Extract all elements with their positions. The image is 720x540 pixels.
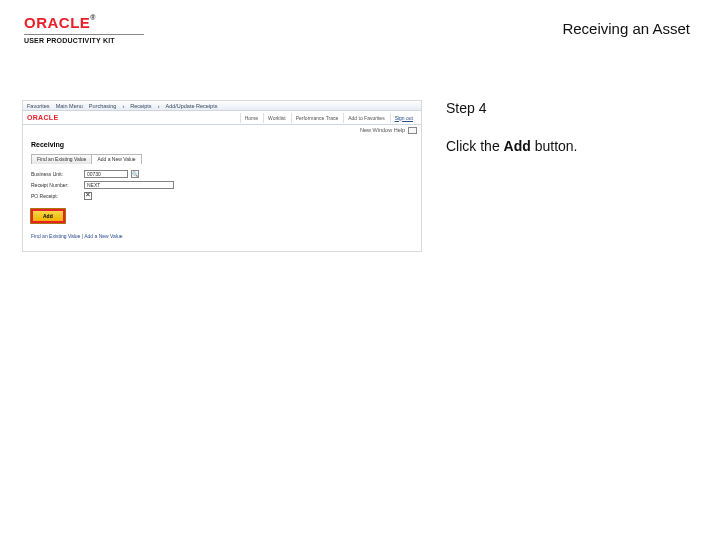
instruction-prefix: Click the [446, 138, 504, 154]
tab-find-existing[interactable]: Find an Existing Value [31, 154, 92, 164]
label-business-unit: Business Unit: [31, 171, 81, 177]
breadcrumb: Favorites Main Menu Purchasing › Receipt… [23, 101, 421, 111]
tab-strip: Find an Existing Value Add a New Value [31, 154, 413, 164]
subbrand-text: USER PRODUCTIVITY KIT [24, 37, 144, 44]
nav-add-fav[interactable]: Add to Favorites [343, 113, 388, 123]
nav-signout[interactable]: Sign out [390, 113, 417, 123]
app-logo: ORACLE [27, 114, 58, 121]
crumb: Purchasing [89, 103, 117, 109]
brand-block: ORACLE® USER PRODUCTIVITY KIT [24, 14, 144, 44]
input-receipt-number[interactable]: NEXT [84, 181, 174, 189]
app-screenshot: Favorites Main Menu Purchasing › Receipt… [22, 100, 422, 252]
help-icon[interactable] [408, 127, 417, 134]
lookup-icon[interactable]: 🔍 [131, 170, 139, 178]
screenshot-column: Favorites Main Menu Purchasing › Receipt… [22, 100, 422, 252]
doc-header: ORACLE® USER PRODUCTIVITY KIT Receiving … [0, 0, 720, 60]
label-receipt-number: Receipt Number: [31, 182, 81, 188]
instruction-button-name: Add [504, 138, 531, 154]
add-button[interactable]: Add [31, 209, 65, 223]
field-receipt-number: Receipt Number: NEXT [31, 181, 413, 189]
crumb: Main Menu [56, 103, 83, 109]
crumb: Receipts [130, 103, 151, 109]
app-body: Receiving Find an Existing Value Add a N… [23, 135, 421, 251]
nav-worklist[interactable]: Worklist [263, 113, 290, 123]
field-business-unit: Business Unit: 00730 🔍 [31, 170, 413, 178]
nav-perf-trace[interactable]: Performance Trace [291, 113, 343, 123]
input-business-unit[interactable]: 00730 [84, 170, 128, 178]
utility-label: New Window Help [360, 127, 405, 133]
app-nav: Home Worklist Performance Trace Add to F… [240, 113, 417, 123]
oracle-logo: ORACLE® [24, 14, 144, 31]
page-title: Receiving an Asset [562, 20, 690, 37]
instruction-suffix: button. [531, 138, 578, 154]
crumb: Favorites [27, 103, 50, 109]
brand-underline [24, 34, 144, 35]
brand-text: ORACLE [24, 14, 90, 31]
field-po-receipt: PO Receipt: [31, 192, 413, 200]
checkbox-po-receipt[interactable] [84, 192, 92, 200]
trademark: ® [90, 14, 96, 21]
crumb: Add/Update Receipts [165, 103, 217, 109]
nav-home[interactable]: Home [240, 113, 262, 123]
section-heading: Receiving [31, 141, 413, 148]
instruction-column: Step 4 Click the Add button. [440, 100, 698, 252]
app-header: ORACLE Home Worklist Performance Trace A… [23, 111, 421, 125]
footer-tab-links[interactable]: Find an Existing Value | Add a New Value [31, 233, 413, 239]
instruction-text: Click the Add button. [446, 138, 698, 154]
step-label: Step 4 [446, 100, 698, 116]
content-row: Favorites Main Menu Purchasing › Receipt… [0, 60, 720, 252]
utility-row: New Window Help [23, 125, 421, 135]
tab-add-new[interactable]: Add a New Value [91, 154, 141, 164]
label-po-receipt: PO Receipt: [31, 193, 81, 199]
